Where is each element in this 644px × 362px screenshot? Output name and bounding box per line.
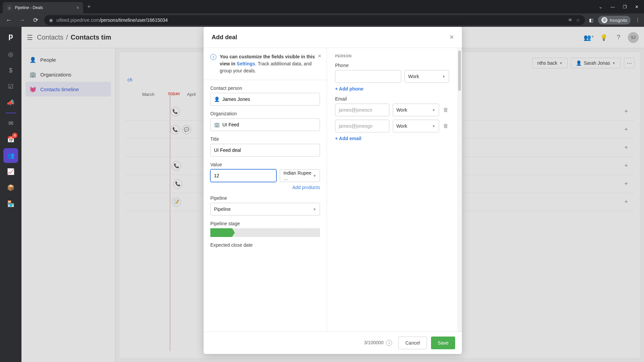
browser-tab-strip: p Pipeline - Deals × + ⌄ ― ❐ ✕ [0,0,644,13]
forward-button[interactable]: → [17,17,27,24]
info-icon[interactable]: i [386,340,392,346]
chevron-down-icon[interactable]: ⌄ [599,4,602,9]
phone-input[interactable] [335,70,401,83]
tab-favicon: p [7,5,12,10]
minimize-icon[interactable]: ― [610,4,615,9]
rail-divider [6,113,16,113]
phone-type-select[interactable]: Work ▼ [405,70,449,83]
person-section-title: PERSON [335,54,449,58]
add-phone-link[interactable]: + Add phone [335,86,449,92]
pipeline-select[interactable]: Pipeline ▼ [210,203,320,216]
extensions-icon[interactable]: ◧ [589,17,593,23]
pipeline-stage-label: Pipeline stage [210,221,320,226]
browser-tab[interactable]: p Pipeline - Deals × [3,2,83,13]
scrollbar[interactable] [457,48,462,331]
chevron-down-icon: ▼ [442,75,445,78]
maximize-icon[interactable]: ❐ [623,4,627,9]
tab-title: Pipeline - Deals [15,5,43,10]
rail-item-mail[interactable]: ✉ [3,116,18,131]
chevron-down-icon: ▼ [313,207,316,211]
stage-2[interactable] [232,228,254,237]
add-email-link[interactable]: + Add email [335,136,449,141]
pipeline-label: Pipeline [210,195,320,201]
settings-link[interactable]: Settings [237,61,255,66]
rail-item-campaigns[interactable]: 📣 [3,95,18,110]
value-label: Value [210,162,320,167]
browser-menu-icon[interactable]: ⋮ [635,17,640,23]
stage-1[interactable] [210,228,232,237]
contact-person-input[interactable]: 👤 [210,93,320,106]
stage-4[interactable] [276,228,298,237]
window-controls: ⌄ ― ❐ ✕ [599,0,644,13]
stage-5[interactable] [298,228,320,237]
rail-item-activities[interactable]: ☑ [3,79,18,94]
close-window-icon[interactable]: ✕ [635,4,639,9]
trash-icon[interactable]: 🗑 [442,123,449,129]
rail-item-contacts[interactable]: 👥 [3,148,18,163]
reload-button[interactable]: ⟳ [31,16,40,24]
save-button[interactable]: Save [431,337,455,349]
pipeline-stage-selector[interactable] [210,228,320,237]
currency-select[interactable]: Indian Rupee … ▼ [280,169,320,182]
modal-overlay: Add deal × i You can customize the field… [21,27,644,362]
incognito-icon: ⦿ [601,17,607,23]
person-icon: 👤 [214,97,220,102]
add-deal-modal: Add deal × i You can customize the field… [204,27,462,354]
expected-close-date-label: Expected close date [210,242,320,248]
eye-off-icon[interactable]: 👁 [568,17,573,23]
building-icon: 🏢 [214,122,220,127]
organization-label: Organization [210,111,320,116]
email-input-1[interactable]: james@jonesco [335,104,389,116]
bookmark-icon[interactable]: ☆ [576,17,580,23]
info-banner: i You can customize the fields visible i… [204,48,327,80]
left-rail: p ◎ $ ☑ 📣 ✉ 📅4 👥 📈 📦 🏪 [0,27,21,362]
email-input-2[interactable]: james@jonesgo [335,120,389,132]
browser-toolbar: ← → ⟳ ◉ uifeed.pipedrive.com/persons/tim… [0,13,644,27]
email-type-select-1[interactable]: Work ▼ [393,104,439,116]
stage-3[interactable] [254,228,276,237]
chevron-down-icon: ▼ [432,108,435,112]
site-info-icon[interactable]: ◉ [49,17,53,23]
rail-item-calendar[interactable]: 📅4 [3,132,18,147]
back-button[interactable]: ← [4,17,13,24]
contact-person-label: Contact person [210,85,320,91]
rail-item-insights[interactable]: 📈 [3,164,18,179]
phone-label: Phone [335,63,449,68]
info-icon: i [210,54,216,60]
rail-item-deals[interactable]: $ [3,63,18,78]
email-type-select-2[interactable]: Work ▼ [393,120,439,132]
chevron-down-icon: ▼ [432,124,435,128]
rail-item-products[interactable]: 📦 [3,180,18,195]
add-products-link[interactable]: Add products [210,185,320,190]
cancel-button[interactable]: Cancel [398,337,427,349]
modal-title: Add deal [212,34,237,41]
chevron-down-icon: ▼ [313,174,316,178]
rail-item-marketplace[interactable]: 🏪 [3,196,18,211]
close-icon[interactable]: × [449,33,454,42]
character-counter: 3/100000 i [364,340,392,346]
dismiss-banner-icon[interactable]: × [318,53,321,60]
tab-close-icon[interactable]: × [76,5,79,10]
email-label: Email [335,96,449,102]
title-label: Title [210,136,320,142]
title-input[interactable] [210,144,320,157]
organization-input[interactable]: 🏢 [210,118,320,131]
incognito-badge[interactable]: ⦿ Incognito [598,16,631,24]
new-tab-button[interactable]: + [87,3,91,10]
url-bar[interactable]: ◉ uifeed.pipedrive.com/persons/timeline/… [44,15,585,25]
rail-item-leads[interactable]: ◎ [3,47,18,62]
value-input[interactable] [210,169,276,182]
trash-icon[interactable]: 🗑 [442,107,449,113]
rail-badge: 4 [12,133,17,138]
app-logo[interactable]: p [4,29,17,43]
